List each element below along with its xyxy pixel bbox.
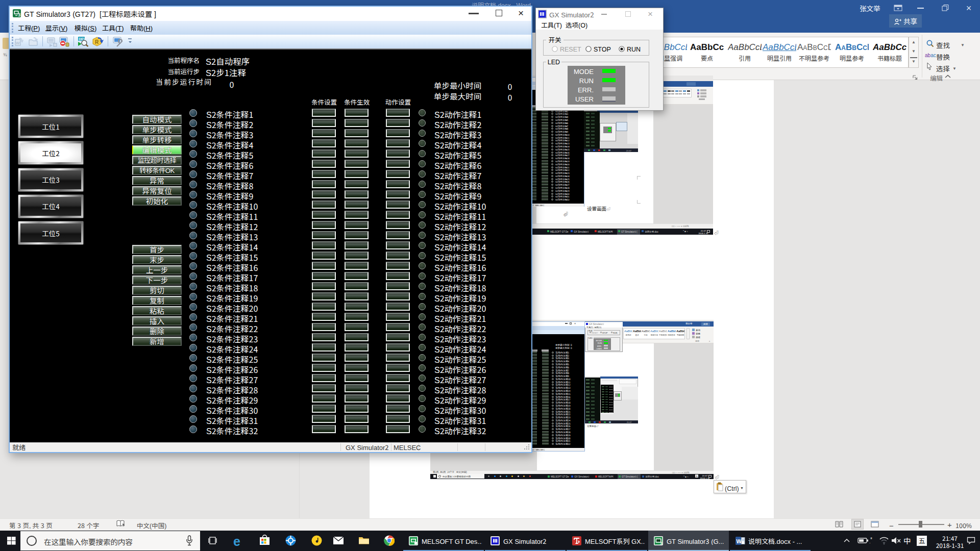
svg-text:3: 3 <box>18 11 21 17</box>
svg-text:W: W <box>16 40 20 45</box>
svg-text:3: 3 <box>660 540 663 546</box>
svg-text:W: W <box>737 537 742 545</box>
svg-text:R: R <box>95 38 99 45</box>
